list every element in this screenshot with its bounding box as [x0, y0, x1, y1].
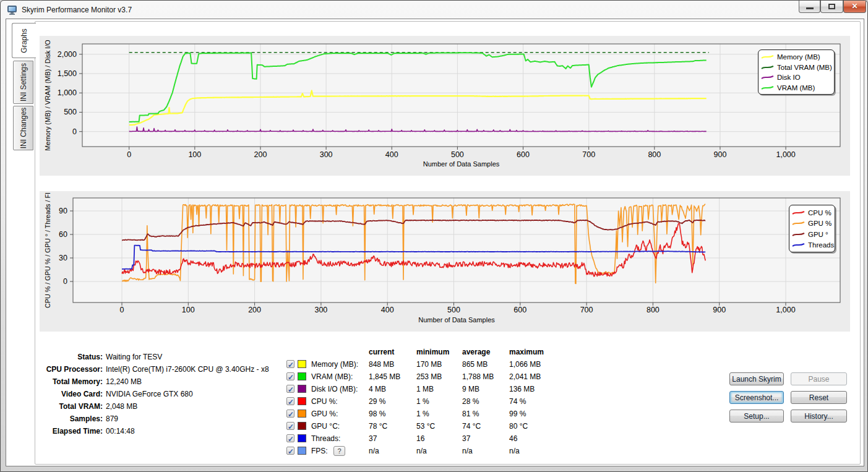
table-row: ✓GPU %:98 %1 %81 %99 % — [282, 408, 567, 420]
series-visibility-checkbox[interactable]: ✓ — [286, 397, 294, 405]
tab-ini-settings[interactable]: INI Settings — [13, 61, 33, 104]
legend-line-swatch — [761, 74, 774, 80]
check-icon: ✓ — [288, 433, 294, 445]
legend-item: Threads — [792, 240, 832, 251]
fps-help-button[interactable]: ? — [333, 446, 345, 456]
series-visibility-checkbox[interactable]: ✓ — [286, 385, 294, 393]
svg-text:500: 500 — [451, 150, 464, 159]
svg-text:2,000: 2,000 — [58, 50, 77, 59]
svg-text:300: 300 — [314, 306, 327, 314]
svg-text:1,000: 1,000 — [58, 88, 77, 97]
series-label: FPS: — [311, 445, 328, 457]
stat-cell: 4 MB — [369, 383, 386, 395]
legend-label: VRAM (MB) — [777, 84, 815, 92]
svg-text:0: 0 — [72, 127, 77, 136]
svg-text:1,500: 1,500 — [58, 69, 77, 78]
legend-line-swatch — [792, 231, 805, 238]
stat-cell: 848 MB — [369, 358, 394, 371]
svg-text:200: 200 — [254, 150, 267, 159]
stat-label: Elapsed Time: — [1, 425, 103, 437]
svg-text:200: 200 — [248, 306, 261, 314]
table-row: ✓FPS:?n/an/an/an/a — [282, 445, 567, 457]
legend-line-swatch — [792, 242, 805, 248]
stat-cell: 253 MB — [416, 371, 442, 383]
cpu-gpu-chart: 01002003004005006007008009001,0000306090… — [40, 191, 850, 332]
svg-text:900: 900 — [713, 306, 726, 314]
tab-graphs[interactable]: Graphs — [12, 23, 36, 58]
stat-cell: 1 % — [416, 395, 429, 408]
table-row: ✓CPU %:29 %1 %28 %74 % — [282, 395, 567, 408]
launch-skyrim-button[interactable]: Launch Skyrim — [729, 372, 784, 385]
stat-cell: 1,845 MB — [369, 371, 400, 383]
check-icon: ✓ — [288, 408, 294, 421]
stat-label: CPU Processor: — [1, 363, 103, 375]
legend-label: Threads — [808, 241, 834, 249]
series-label: GPU %: — [311, 408, 338, 420]
svg-text:100: 100 — [182, 306, 195, 314]
svg-text:Memory (MB) / VRAM (MB) / Disk: Memory (MB) / VRAM (MB) / Disk I/O — [44, 40, 51, 150]
legend-item: Disk IO — [761, 72, 831, 83]
stat-label: Video Card: — [1, 388, 103, 400]
legend-item: CPU % — [792, 207, 832, 218]
stat-cell: 136 MB — [509, 383, 535, 395]
stat-cell: 170 MB — [416, 358, 442, 371]
series-label: CPU %: — [311, 395, 338, 408]
svg-text:0: 0 — [63, 277, 67, 286]
svg-text:400: 400 — [385, 150, 398, 159]
series-visibility-checkbox[interactable]: ✓ — [286, 360, 294, 368]
check-icon: ✓ — [288, 445, 294, 458]
memory-chart-legend: Memory (MB)Total VRAM (MB)Disk IOVRAM (M… — [758, 49, 835, 95]
series-visibility-checkbox[interactable]: ✓ — [286, 372, 294, 380]
table-row: ✓Memory (MB):848 MB170 MB865 MB1,066 MB — [282, 358, 567, 371]
svg-text:800: 800 — [648, 150, 661, 159]
maximize-button[interactable] — [820, 1, 843, 13]
legend-label: GPU ° — [808, 231, 828, 238]
series-visibility-checkbox[interactable]: ✓ — [286, 422, 294, 430]
titlebar[interactable]: Skyrim Performance Monitor v3.7 ✕ — [1, 1, 867, 19]
series-color-swatch — [298, 447, 306, 455]
check-icon: ✓ — [288, 359, 294, 371]
stat-cell: n/a — [509, 445, 520, 457]
minimize-button[interactable] — [799, 1, 820, 13]
stat-cell: 46 — [509, 432, 517, 445]
stat-label: Total VRAM: — [1, 400, 103, 413]
series-visibility-checkbox[interactable]: ✓ — [286, 434, 294, 442]
legend-item: GPU % — [792, 218, 832, 230]
tab-ini-changes[interactable]: INI Changes — [13, 106, 33, 150]
legend-label: CPU % — [808, 209, 831, 217]
series-label: Memory (MB): — [311, 358, 358, 371]
stat-label: Total Memory: — [1, 375, 103, 388]
app-icon — [7, 5, 17, 15]
cpu-chart-legend: CPU %GPU %GPU °Threads — [789, 205, 835, 252]
column-header: maximum — [509, 346, 544, 358]
legend-line-swatch — [761, 64, 774, 71]
series-visibility-checkbox[interactable]: ✓ — [286, 410, 294, 418]
stat-label: Samples: — [1, 413, 103, 425]
series-color-swatch — [298, 360, 306, 368]
reset-button[interactable]: Reset — [791, 391, 847, 404]
memory-vram-chart: 01002003004005006007008009001,00005001,0… — [40, 36, 850, 176]
stat-cell: 80 °C — [509, 420, 528, 432]
series-label: Disk I/O (MB): — [311, 383, 358, 395]
series-label: Threads: — [311, 432, 340, 445]
svg-text:600: 600 — [513, 306, 526, 314]
stat-cell: 28 % — [462, 395, 479, 408]
svg-text:700: 700 — [582, 150, 595, 159]
legend-line-swatch — [761, 54, 774, 60]
series-color-swatch — [298, 372, 306, 380]
svg-text:30: 30 — [59, 254, 67, 262]
setup-button[interactable]: Setup... — [729, 410, 784, 423]
check-icon: ✓ — [288, 421, 294, 433]
stat-cell: 81 % — [462, 408, 479, 420]
series-visibility-checkbox[interactable]: ✓ — [286, 447, 294, 455]
stat-cell: 98 % — [369, 408, 385, 420]
minimize-icon — [806, 7, 814, 9]
stat-cell: 1 % — [416, 408, 429, 420]
history-button[interactable]: History... — [791, 410, 847, 423]
screenshot-button[interactable]: Screenshot... — [729, 391, 784, 404]
series-color-swatch — [298, 410, 306, 418]
legend-item: VRAM (MB) — [761, 83, 831, 93]
svg-text:0: 0 — [127, 150, 131, 159]
close-button[interactable]: ✕ — [843, 1, 866, 13]
pause-button: Pause — [791, 372, 847, 385]
